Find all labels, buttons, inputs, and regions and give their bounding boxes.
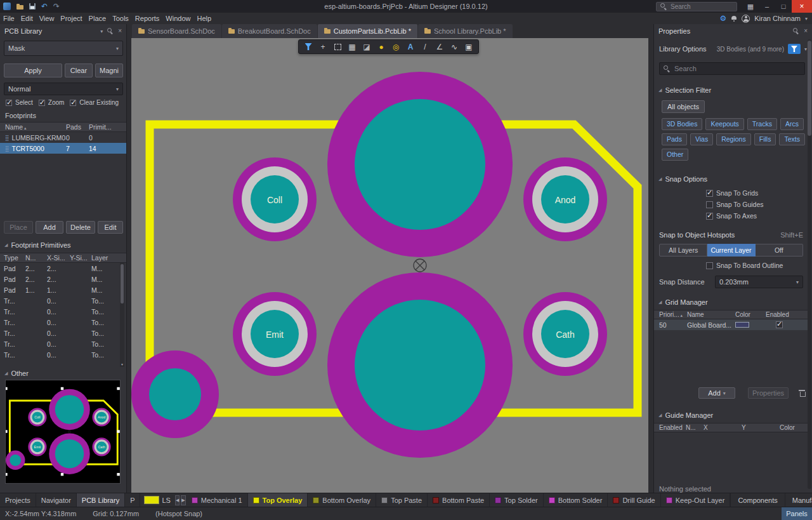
- filter-fills[interactable]: Fills: [754, 133, 776, 145]
- grid-enabled-checkbox[interactable]: [776, 321, 783, 328]
- menu-help[interactable]: Help: [193, 13, 214, 24]
- pcb-canvas[interactable]: CollAnodEmitCath +▦◪●◎A/∠∿▣: [131, 38, 648, 493]
- filter-arcs[interactable]: Arcs: [780, 118, 804, 130]
- grid-manager-section[interactable]: ◢ Grid Manager: [654, 297, 812, 307]
- layer-scroll-right-icon[interactable]: ▶: [181, 495, 185, 505]
- layer-tab-bottom-paste[interactable]: Bottom Paste: [428, 493, 490, 507]
- option-clear-existing[interactable]: Clear Existing: [70, 99, 119, 106]
- filter-vias[interactable]: Vias: [690, 133, 713, 145]
- panel-tab-navigator[interactable]: Navigator: [36, 493, 77, 507]
- primitives-column-y-si[interactable]: Y-Si...: [70, 254, 91, 262]
- grid-properties-button[interactable]: Properties: [748, 387, 789, 399]
- pin-icon[interactable]: [793, 28, 799, 34]
- minimize-button[interactable]: –: [759, 0, 775, 13]
- filter-pads[interactable]: Pads: [662, 133, 687, 145]
- filter-other[interactable]: Other: [662, 149, 688, 161]
- delete-grid-icon[interactable]: [799, 389, 805, 397]
- column-pads[interactable]: Pads: [66, 123, 89, 131]
- heads-up-filter-icon[interactable]: [301, 41, 315, 53]
- footprint-primitives-section[interactable]: ◢ Footprint Primitives: [0, 240, 126, 250]
- filter-keepouts[interactable]: Keepouts: [705, 118, 743, 130]
- doc-tab-sensorboard-schdoc[interactable]: SensorBoard.SchDoc: [132, 24, 221, 38]
- snap-snap-to-axes[interactable]: Snap To Axes: [706, 212, 764, 220]
- user-menu-caret-icon[interactable]: ▾: [805, 16, 808, 22]
- layer-tab-keep-out-layer[interactable]: Keep-Out Layer: [661, 493, 731, 507]
- primitive-row[interactable]: Pad2...2...M...: [0, 274, 119, 284]
- primitive-row[interactable]: Tr...0...To...: [0, 338, 119, 349]
- primitive-row[interactable]: Tr...0...To...: [0, 306, 119, 317]
- settings-gear-icon[interactable]: ⚙: [719, 13, 726, 24]
- move-icon[interactable]: +: [316, 41, 330, 53]
- properties-search-box[interactable]: Search: [659, 62, 805, 75]
- filter-regions[interactable]: Regions: [716, 133, 751, 145]
- panel-tab-projects[interactable]: Projects: [0, 493, 36, 507]
- layer-tab-drill-guide[interactable]: Drill Guide: [608, 493, 660, 507]
- maximize-button[interactable]: □: [775, 0, 792, 13]
- close-button[interactable]: ×: [792, 0, 812, 13]
- grid-color-swatch[interactable]: [735, 322, 749, 328]
- grid-row[interactable]: 50Global Board...: [654, 319, 808, 330]
- string-icon[interactable]: A: [403, 41, 417, 53]
- guide-column-color[interactable]: Color: [780, 424, 808, 431]
- guide-column-x[interactable]: X: [704, 424, 742, 431]
- layer-tab-bottom-solder[interactable]: Bottom Solder: [544, 493, 608, 507]
- workspace-layout-icon[interactable]: ▦: [742, 0, 759, 13]
- other-section[interactable]: ◢ Other: [0, 368, 126, 378]
- line-icon[interactable]: /: [418, 41, 432, 53]
- primitive-row[interactable]: Tr...0...To...: [0, 295, 119, 306]
- column-primitives[interactable]: Primit...: [89, 123, 126, 131]
- mask-dropdown[interactable]: Mask ▾: [4, 41, 123, 56]
- doc-tab-breakoutboard-schdoc[interactable]: BreakoutBoard.SchDoc: [222, 24, 317, 38]
- doc-tab-school-library-pcblib[interactable]: School Library.PcbLib *: [418, 24, 513, 38]
- guide-column-y[interactable]: Y: [742, 424, 780, 431]
- panel-tab-p[interactable]: P: [125, 493, 140, 507]
- primitive-row[interactable]: Pad1...1...M...: [0, 284, 119, 295]
- filter-summary[interactable]: 3D Bodies (and 9 more): [717, 46, 784, 53]
- menu-window[interactable]: Window: [162, 13, 193, 24]
- room-icon[interactable]: ▦: [345, 41, 359, 53]
- option-select[interactable]: Select: [6, 99, 33, 106]
- properties-scrollbar[interactable]: [808, 39, 811, 489]
- filter-3d-bodies[interactable]: 3D Bodies: [662, 118, 702, 130]
- delete-button[interactable]: Delete: [66, 221, 95, 234]
- menu-reports[interactable]: Reports: [132, 13, 163, 24]
- snap-options-section[interactable]: ◢ Snap Options: [654, 174, 812, 183]
- primitives-scrollbar[interactable]: ▾: [120, 263, 124, 367]
- menu-edit[interactable]: Edit: [18, 13, 36, 24]
- layer-set-control[interactable]: LS: [140, 493, 174, 507]
- primitive-row[interactable]: Tr...0...To...: [0, 317, 119, 328]
- guide-manager-section[interactable]: ◢ Guide Manager: [654, 410, 812, 420]
- magni-button[interactable]: Magni: [95, 63, 123, 77]
- undo-icon[interactable]: ↶: [41, 0, 48, 13]
- primitives-column-layer[interactable]: Layer: [91, 254, 126, 262]
- display-mode-dropdown[interactable]: Normal ▾: [4, 83, 123, 95]
- pin-icon[interactable]: [107, 28, 114, 34]
- guide-column-n[interactable]: N...: [686, 424, 704, 431]
- grid-column-priori[interactable]: Priori...: [654, 311, 687, 318]
- grid-column-name[interactable]: Name: [687, 311, 735, 318]
- column-name[interactable]: Name: [0, 123, 66, 131]
- redo-icon[interactable]: ↷: [53, 0, 60, 13]
- layer-tab-top-solder[interactable]: Top Solder: [490, 493, 544, 507]
- grid-add-button[interactable]: Add ▾: [698, 387, 735, 399]
- layer-tab-top-paste[interactable]: Top Paste: [376, 493, 428, 507]
- user-name[interactable]: Kiran Chinnam: [754, 15, 801, 22]
- menu-place[interactable]: Place: [86, 13, 110, 24]
- hotspot-all-layers[interactable]: All Layers: [659, 244, 707, 257]
- footprint-row-lumberg-krm08[interactable]: ⣿LUMBERG-KRM0800: [0, 132, 126, 143]
- panel-tab-manufacturer-part-search[interactable]: Manufacturer Part Search: [785, 493, 812, 507]
- snap-distance-dropdown[interactable]: 0.203mm ▾: [715, 276, 803, 288]
- filter-texts[interactable]: Texts: [779, 133, 805, 145]
- panel-tab-pcb-library[interactable]: PCB Library: [77, 493, 125, 507]
- snap-to-board-outline[interactable]: Snap To Board Outline: [706, 262, 783, 269]
- global-search-box[interactable]: Search: [656, 2, 737, 11]
- layer-scroll-left-icon[interactable]: ◀: [175, 495, 180, 505]
- menu-file[interactable]: File: [0, 13, 18, 24]
- menu-tools[interactable]: Tools: [109, 13, 132, 24]
- close-panel-icon[interactable]: ×: [804, 28, 808, 34]
- panels-button[interactable]: Panels: [782, 507, 812, 520]
- panel-tab-components[interactable]: Components: [730, 493, 784, 507]
- eraser-icon[interactable]: ◪: [360, 41, 374, 53]
- primitive-row[interactable]: Pad2...2...M...: [0, 263, 119, 274]
- notifications-bell-icon[interactable]: [731, 15, 737, 22]
